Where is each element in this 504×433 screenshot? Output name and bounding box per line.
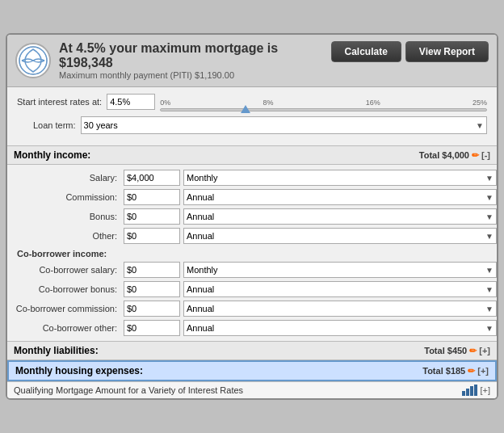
chart-bar-3 (470, 386, 473, 396)
slider-mark-3: 25% (472, 99, 487, 107)
slider-track[interactable] (160, 108, 487, 111)
income-row-co-other: Co-borrower other: Annual Monthly ▼ (7, 318, 497, 338)
monthly-housing-label: Monthly housing expenses: (15, 365, 143, 376)
bonus-label: Bonus: (7, 212, 120, 221)
co-salary-input[interactable] (124, 262, 180, 278)
co-other-period-select[interactable]: Annual Monthly (183, 320, 497, 336)
bonus-period-wrapper: Annual Monthly ▼ (183, 208, 497, 225)
commission-label: Commission: (7, 192, 120, 202)
co-bonus-label: Co-borrower bonus: (7, 284, 120, 294)
co-bonus-period-select[interactable]: Annual Monthly (183, 281, 497, 297)
top-bar: At 4.5% your maximum mortgage is $198,34… (7, 35, 497, 87)
chart-bar-1 (462, 391, 465, 396)
top-buttons: Calculate View Report (331, 41, 489, 62)
slider-mark-2: 16% (366, 99, 380, 107)
co-bonus-input[interactable] (124, 281, 180, 297)
co-borrower-section-label: Co-borrower income: (7, 246, 497, 260)
monthly-housing-header: Monthly housing expenses: Total $185 ✏ [… (7, 360, 497, 381)
income-row-bonus: Bonus: Annual Monthly ▼ (7, 207, 497, 226)
income-row-other: Other: Annual Monthly ▼ (7, 226, 497, 246)
liabilities-bracket-btn[interactable]: [+] (479, 346, 490, 355)
monthly-income-label: Monthly income: (14, 149, 90, 161)
commission-period-select[interactable]: Annual Monthly (183, 189, 497, 205)
co-bonus-period-wrapper: Annual Monthly ▼ (183, 281, 497, 297)
chart-bar-4 (474, 385, 477, 396)
loan-term-select-wrapper: 30 years 10 years 15 years 20 years 25 y… (81, 116, 487, 134)
commission-period-wrapper: Annual Monthly ▼ (183, 189, 497, 205)
bottom-bar-label: Qualifying Mortgage Amount for a Variety… (14, 385, 243, 395)
income-total-text: Total $4,000 (419, 150, 469, 160)
loan-term-row: Loan term: 30 years 10 years 15 years 20… (17, 116, 487, 134)
other-input[interactable] (124, 228, 180, 244)
logo (15, 43, 51, 78)
bottom-bar: Qualifying Mortgage Amount for a Variety… (7, 381, 497, 398)
slider-container[interactable]: 0% 8% 16% 25% (160, 92, 487, 111)
liabilities-total-text: Total $450 (424, 346, 467, 355)
commission-input[interactable] (124, 189, 180, 205)
co-commission-period-wrapper: Annual Monthly ▼ (183, 301, 497, 317)
slider-thumb (241, 105, 250, 113)
income-grid: Salary: Monthly Annual ▼ Commission: Ann… (7, 165, 497, 341)
interest-rate-input[interactable] (107, 94, 155, 110)
liabilities-edit-icon[interactable]: ✏ (469, 346, 477, 356)
salary-label: Salary: (7, 173, 120, 183)
co-salary-label: Co-borrower salary: (7, 265, 120, 275)
slider-labels: 0% 8% 16% 25% (160, 99, 487, 107)
income-row-co-salary: Co-borrower salary: Monthly Annual ▼ (7, 260, 497, 280)
income-row-co-bonus: Co-borrower bonus: Annual Monthly ▼ (7, 280, 497, 299)
interest-rate-label: Start interest rates at: (17, 97, 102, 107)
co-salary-period-select[interactable]: Monthly Annual (183, 262, 497, 278)
income-row-commission: Commission: Annual Monthly ▼ (7, 187, 497, 207)
income-edit-icon[interactable]: ✏ (472, 150, 479, 161)
loan-term-label: Loan term: (33, 120, 76, 130)
housing-bracket-btn[interactable]: [+] (477, 366, 489, 376)
co-salary-period-wrapper: Monthly Annual ▼ (183, 262, 497, 278)
monthly-liabilities-total: Total $450 ✏ [+] (424, 346, 490, 356)
slider-mark-0: 0% (160, 99, 170, 107)
co-other-period-wrapper: Annual Monthly ▼ (183, 320, 497, 336)
chart-bar-2 (466, 389, 469, 396)
housing-edit-icon[interactable]: ✏ (468, 366, 475, 376)
monthly-income-total: Total $4,000 ✏ [-] (419, 150, 490, 161)
co-commission-input[interactable] (124, 301, 180, 317)
header-section: At 4.5% your maximum mortgage is $198,34… (59, 41, 323, 80)
chart-icon[interactable] (462, 385, 477, 396)
view-report-button[interactable]: View Report (405, 41, 489, 62)
monthly-liabilities-label: Monthly liabilities: (14, 345, 99, 356)
main-container: At 4.5% your maximum mortgage is $198,34… (6, 33, 498, 400)
content-area: Start interest rates at: 0% 8% 16% 25% L… (7, 87, 497, 145)
loan-term-select[interactable]: 30 years 10 years 15 years 20 years 25 y… (81, 116, 487, 134)
income-row-co-commission: Co-borrower commission: Annual Monthly ▼ (7, 299, 497, 318)
bonus-input[interactable] (124, 208, 180, 225)
housing-total-text: Total $185 (422, 366, 465, 376)
other-label: Other: (7, 231, 120, 241)
income-row-salary: Salary: Monthly Annual ▼ (7, 168, 497, 187)
other-period-select[interactable]: Annual Monthly (183, 228, 497, 244)
monthly-liabilities-header: Monthly liabilities: Total $450 ✏ [+] (7, 341, 497, 360)
co-other-label: Co-borrower other: (7, 323, 120, 333)
salary-period-select[interactable]: Monthly Annual (183, 170, 497, 186)
header-subtitle: Maximum monthly payment (PITI) $1,190.00 (59, 70, 323, 80)
co-commission-label: Co-borrower commission: (7, 304, 120, 313)
monthly-income-header: Monthly income: Total $4,000 ✏ [-] (7, 145, 497, 165)
income-bracket-btn[interactable]: [-] (481, 150, 490, 160)
salary-period-wrapper: Monthly Annual ▼ (183, 170, 497, 186)
monthly-housing-total: Total $185 ✏ [+] (422, 366, 489, 376)
bottom-bracket-btn[interactable]: [+] (480, 385, 490, 395)
header-title: At 4.5% your maximum mortgage is $198,34… (59, 41, 323, 70)
co-other-input[interactable] (124, 320, 180, 336)
other-period-wrapper: Annual Monthly ▼ (183, 228, 497, 244)
bottom-bar-right: [+] (462, 385, 490, 396)
salary-input[interactable] (124, 170, 180, 186)
slider-mark-1: 8% (262, 99, 273, 107)
calculate-button[interactable]: Calculate (331, 41, 401, 62)
interest-rate-row: Start interest rates at: 0% 8% 16% 25% (17, 92, 487, 111)
co-commission-period-select[interactable]: Annual Monthly (183, 301, 497, 317)
bonus-period-select[interactable]: Annual Monthly (183, 208, 497, 225)
